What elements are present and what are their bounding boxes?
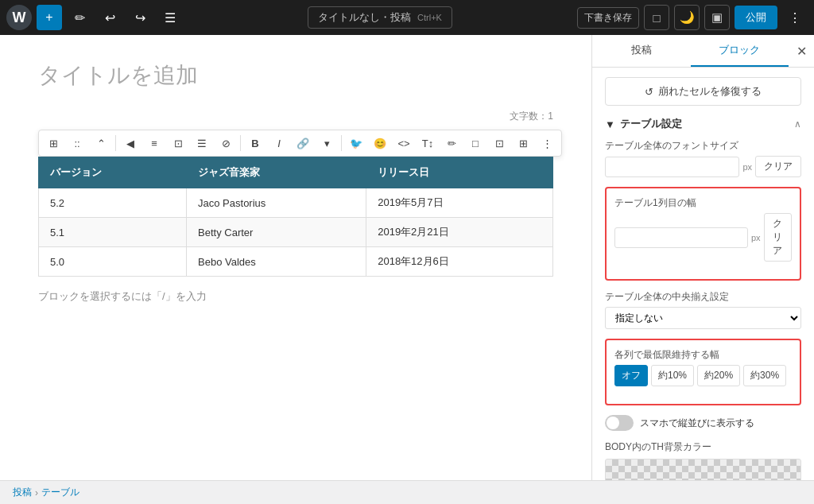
editor[interactable]: タイトルを追加 文字数：1 ⊞ :: ⌃ ◀ ≡ ⊡ ☰ ⊘ B I 🔗 ▾ 🐦… — [0, 35, 591, 480]
align-label: テーブル全体の中央揃え設定 — [605, 290, 801, 304]
undo-button[interactable]: ↩ — [97, 5, 122, 30]
redo-icon: ↪ — [135, 10, 145, 25]
move-up-btn[interactable]: ⌃ — [90, 132, 112, 154]
th-color-label: BODY内のTH背景カラー — [605, 440, 801, 454]
edit-button[interactable]: ✏ — [67, 5, 92, 30]
tab-block[interactable]: ブロック — [691, 35, 789, 67]
close-icon: ✕ — [797, 44, 807, 59]
redo-button[interactable]: ↪ — [127, 5, 153, 30]
table-icon-btn[interactable]: ⊞ — [42, 132, 64, 154]
font-size-input[interactable] — [605, 157, 739, 177]
align-center-btn[interactable]: ≡ — [143, 132, 165, 154]
table-settings-section-header[interactable]: ▼ テーブル設定 ∧ — [605, 117, 801, 131]
twitter-btn[interactable]: 🐦 — [345, 132, 367, 154]
emoji-btn[interactable]: 😊 — [369, 132, 391, 154]
cell-musician-2[interactable]: Betty Carter — [187, 218, 366, 247]
wp-logo-text: W — [13, 10, 26, 26]
topbar-right: 下書き保存 □ 🌙 ▣ 公開 ⋮ — [577, 5, 808, 30]
color-checker-box[interactable] — [605, 459, 801, 480]
min-width-highlighted-section: 各列で最低限維持する幅 オフ 約10% 約20% 約30% — [605, 339, 801, 405]
th-color-field: BODY内のTH背景カラー 色が選択されていません — [605, 440, 801, 480]
min-width-label: 各列で最低限維持する幅 — [614, 348, 792, 362]
header-musician: ジャズ音楽家 — [187, 157, 366, 188]
sidebar: 投稿 ブロック ✕ ↺ 崩れたセルを修復する ▼ テーブル設定 ∧ — [591, 35, 814, 480]
pencil-btn[interactable]: ✏ — [440, 132, 463, 154]
post-title-text: タイトルなし・投稿 — [318, 10, 411, 25]
breadcrumb-table[interactable]: テーブル — [41, 486, 79, 499]
repair-label: 崩れたセルを修復する — [658, 84, 762, 99]
sidebar-tabs: 投稿 ブロック ✕ — [592, 35, 814, 68]
col-width-field: テーブル1列目の幅 px クリア — [614, 196, 792, 262]
font-size-label: テーブル全体のフォントサイズ — [605, 139, 801, 153]
align-field: テーブル全体の中央揃え設定 指定しない — [605, 290, 801, 329]
breadcrumb-separator: › — [35, 487, 38, 498]
header-version: バージョン — [39, 157, 187, 188]
italic-btn[interactable]: I — [268, 132, 290, 154]
breadcrumb-post[interactable]: 投稿 — [13, 486, 32, 499]
section-title-text: テーブル設定 — [620, 117, 682, 131]
publish-button[interactable]: 公開 — [735, 6, 777, 29]
add-table-btn[interactable]: ⊞ — [512, 132, 534, 154]
link-dropdown-btn[interactable]: ▾ — [316, 132, 338, 154]
repair-icon: ↺ — [645, 86, 653, 98]
add-block-button[interactable]: + — [37, 5, 62, 30]
min-width-10-btn[interactable]: 約10% — [651, 365, 694, 386]
wp-logo[interactable]: W — [6, 5, 32, 30]
min-width-20-btn[interactable]: 約20% — [697, 365, 740, 386]
mobile-toggle-row: スマホで縦並びに表示する — [605, 415, 801, 431]
table-row[interactable]: 5.2 Jaco Pastorius 2019年5月7日 — [39, 188, 553, 218]
more-icon: ⋮ — [789, 10, 801, 25]
post-title-button[interactable]: タイトルなし・投稿 Ctrl+K — [308, 6, 452, 29]
col-width-clear-button[interactable]: クリア — [764, 213, 792, 262]
cell-musician-3[interactable]: Bebo Valdes — [187, 247, 366, 277]
edit-icon: ✏ — [75, 10, 85, 25]
wide-btn[interactable]: ☰ — [191, 132, 213, 154]
font-size-clear-button[interactable]: クリア — [755, 156, 801, 177]
save-draft-button[interactable]: 下書き保存 — [577, 7, 639, 29]
page-title-placeholder[interactable]: タイトルを追加 — [38, 60, 553, 91]
word-count: 文字数：1 — [38, 110, 553, 123]
more-options-button[interactable]: ⋮ — [782, 5, 808, 30]
align-left-btn[interactable]: ◀ — [119, 132, 141, 154]
cell-release-2[interactable]: 2019年2月21日 — [366, 218, 553, 247]
code-btn[interactable]: <> — [393, 132, 415, 154]
square-btn[interactable]: □ — [464, 132, 486, 154]
table-row[interactable]: 5.0 Bebo Valdes 2018年12月6日 — [39, 247, 553, 277]
repair-cells-button[interactable]: ↺ 崩れたセルを修復する — [605, 77, 801, 106]
section-title-table-settings: ▼ テーブル設定 — [605, 117, 682, 131]
full-btn[interactable]: ⊘ — [215, 132, 237, 154]
align-select[interactable]: 指定しない — [605, 307, 801, 329]
shortcut-label: Ctrl+K — [417, 13, 442, 22]
cell-version-3[interactable]: 5.0 — [39, 247, 187, 277]
col-width-input[interactable] — [614, 227, 748, 248]
min-width-30-btn[interactable]: 約30% — [743, 365, 786, 386]
sidebar-close-button[interactable]: ✕ — [789, 35, 814, 67]
more-toolbar-btn[interactable]: ⋮ — [536, 132, 558, 154]
view-button[interactable]: □ — [644, 5, 669, 30]
link-btn[interactable]: 🔗 — [292, 132, 314, 154]
text-size-btn[interactable]: T↕ — [417, 132, 439, 154]
drag-handle-btn[interactable]: :: — [66, 132, 88, 154]
cell-release-1[interactable]: 2019年5月7日 — [366, 188, 553, 218]
min-width-off-btn[interactable]: オフ — [614, 365, 648, 386]
cell-version-2[interactable]: 5.1 — [39, 218, 187, 247]
grid2-btn[interactable]: ⊡ — [488, 132, 510, 154]
bold-btn[interactable]: B — [244, 132, 266, 154]
menu-icon: ☰ — [165, 10, 176, 25]
min-width-row: オフ 約10% 約20% 約30% — [614, 365, 792, 386]
dark-mode-button[interactable]: 🌙 — [674, 5, 700, 30]
table-icon: ▼ — [605, 118, 615, 130]
cell-release-3[interactable]: 2018年12月6日 — [366, 247, 553, 277]
cell-version-1[interactable]: 5.2 — [39, 188, 187, 218]
cell-musician-1[interactable]: Jaco Pastorius — [187, 188, 366, 218]
undo-icon: ↩ — [105, 10, 115, 25]
block-toolbar: ⊞ :: ⌃ ◀ ≡ ⊡ ☰ ⊘ B I 🔗 ▾ 🐦 😊 <> T↕ ✏ □ ⊡… — [38, 130, 562, 157]
settings-button[interactable]: ▣ — [704, 5, 730, 30]
tab-post[interactable]: 投稿 — [592, 35, 691, 67]
mobile-toggle-switch[interactable] — [605, 415, 634, 431]
content-table[interactable]: バージョン ジャズ音楽家 リリース日 5.2 Jaco Pastorius 20… — [38, 157, 553, 277]
sidebar-panel-content: ↺ 崩れたセルを修復する ▼ テーブル設定 ∧ テーブル全体のフォントサイズ p… — [592, 68, 814, 480]
menu-button[interactable]: ☰ — [157, 5, 183, 30]
align-right-btn[interactable]: ⊡ — [167, 132, 189, 154]
table-row[interactable]: 5.1 Betty Carter 2019年2月21日 — [39, 218, 553, 247]
